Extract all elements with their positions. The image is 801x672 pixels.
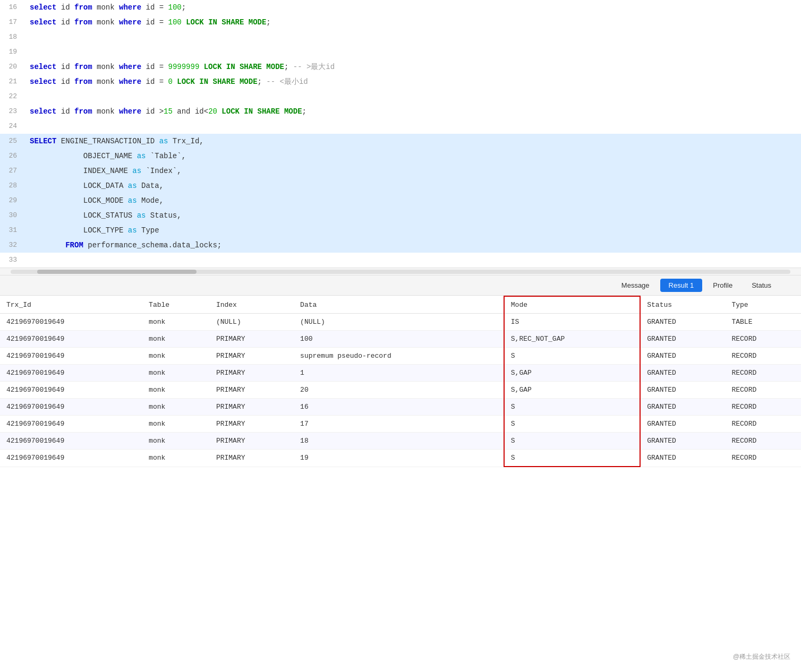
col-header-index: Index	[210, 296, 294, 314]
table-row: 42196970019649monkPRIMARY1S,GAPGRANTEDRE…	[0, 365, 801, 382]
line-number: 25	[0, 134, 25, 149]
code-line-30: 30 LOCK_STATUS as Status,	[0, 208, 801, 223]
cell-status: GRANTED	[640, 416, 725, 433]
code-line-28: 28 LOCK_DATA as Data,	[0, 178, 801, 193]
cell-status: GRANTED	[640, 382, 725, 399]
cell-index: PRIMARY	[210, 399, 294, 416]
cell-type: TABLE	[725, 314, 801, 331]
table-row: 42196970019649monkPRIMARY17SGRANTEDRECOR…	[0, 416, 801, 433]
code-line-29: 29 LOCK_MODE as Mode,	[0, 193, 801, 208]
line-content: INDEX_NAME as `Index`,	[25, 163, 801, 178]
col-header-trx_id: Trx_Id	[0, 296, 142, 314]
code-line-17: 17select id from monk where id = 100 LOC…	[0, 15, 801, 30]
line-content	[25, 45, 801, 59]
cell-type: RECORD	[725, 365, 801, 382]
results-table: Trx_IdTableIndexDataModeStatusType 42196…	[0, 296, 801, 467]
line-content: FROM performance_schema.data_locks;	[25, 238, 801, 253]
code-line-27: 27 INDEX_NAME as `Index`,	[0, 163, 801, 178]
watermark: @稀土掘金技术社区	[733, 652, 790, 661]
line-content: SELECT ENGINE_TRANSACTION_ID as Trx_Id,	[25, 134, 801, 149]
code-line-16: 16select id from monk where id = 100;	[0, 0, 801, 15]
code-line-20: 20select id from monk where id = 9999999…	[0, 59, 801, 74]
line-number: 32	[0, 238, 25, 253]
code-line-32: 32 FROM performance_schema.data_locks;	[0, 238, 801, 253]
code-line-24: 24	[0, 119, 801, 134]
code-line-25: 25SELECT ENGINE_TRANSACTION_ID as Trx_Id…	[0, 134, 801, 149]
cell-index: PRIMARY	[210, 348, 294, 365]
code-line-23: 23select id from monk where id >15 and i…	[0, 104, 801, 119]
cell-index: PRIMARY	[210, 331, 294, 348]
code-line-18: 18	[0, 30, 801, 45]
tab-message[interactable]: Message	[613, 279, 658, 292]
cell-trx_id: 42196970019649	[0, 450, 142, 467]
line-number: 24	[0, 119, 25, 134]
cell-index: PRIMARY	[210, 433, 294, 450]
cell-table: monk	[142, 416, 210, 433]
cell-trx_id: 42196970019649	[0, 314, 142, 331]
line-content: LOCK_DATA as Data,	[25, 178, 801, 193]
cell-trx_id: 42196970019649	[0, 348, 142, 365]
code-line-19: 19	[0, 45, 801, 59]
cell-data: 20	[294, 382, 504, 399]
line-content	[25, 119, 801, 134]
cell-data: (NULL)	[294, 314, 504, 331]
line-number: 30	[0, 208, 25, 223]
cell-mode: S	[504, 399, 640, 416]
cell-table: monk	[142, 331, 210, 348]
cell-type: RECORD	[725, 348, 801, 365]
line-number: 23	[0, 104, 25, 119]
line-content	[25, 253, 801, 268]
cell-trx_id: 42196970019649	[0, 433, 142, 450]
col-header-mode: Mode	[504, 296, 640, 314]
line-number: 26	[0, 149, 25, 163]
line-content	[25, 30, 801, 45]
cell-mode: S	[504, 450, 640, 467]
horizontal-scrollbar[interactable]	[0, 268, 801, 275]
cell-data: 16	[294, 399, 504, 416]
cell-table: monk	[142, 314, 210, 331]
cell-trx_id: 42196970019649	[0, 331, 142, 348]
code-line-22: 22	[0, 89, 801, 104]
cell-mode: IS	[504, 314, 640, 331]
cell-status: GRANTED	[640, 348, 725, 365]
cell-mode: S,GAP	[504, 382, 640, 399]
line-number: 22	[0, 89, 25, 104]
table-row: 42196970019649monkPRIMARY18SGRANTEDRECOR…	[0, 433, 801, 450]
cell-index: PRIMARY	[210, 365, 294, 382]
code-line-33: 33	[0, 253, 801, 268]
cell-type: RECORD	[725, 433, 801, 450]
scrollbar-thumb[interactable]	[37, 270, 197, 274]
cell-trx_id: 42196970019649	[0, 382, 142, 399]
table-header: Trx_IdTableIndexDataModeStatusType	[0, 296, 801, 314]
table-row: 42196970019649monkPRIMARY100S,REC_NOT_GA…	[0, 331, 801, 348]
cell-status: GRANTED	[640, 314, 725, 331]
tab-status[interactable]: Status	[743, 279, 780, 292]
cell-index: (NULL)	[210, 314, 294, 331]
cell-mode: S,GAP	[504, 365, 640, 382]
cell-data: 100	[294, 331, 504, 348]
line-number: 20	[0, 59, 25, 74]
tab-result-1[interactable]: Result 1	[660, 279, 703, 292]
cell-table: monk	[142, 348, 210, 365]
cell-mode: S	[504, 433, 640, 450]
line-number: 16	[0, 0, 25, 15]
line-content: select id from monk where id >15 and id<…	[25, 104, 801, 119]
scrollbar-track[interactable]	[11, 270, 790, 274]
tab-profile[interactable]: Profile	[704, 279, 741, 292]
code-editor: 16select id from monk where id = 100;17s…	[0, 0, 801, 268]
cell-mode: S	[504, 348, 640, 365]
line-content: LOCK_MODE as Mode,	[25, 193, 801, 208]
table-row: 42196970019649monkPRIMARY19SGRANTEDRECOR…	[0, 450, 801, 467]
line-number: 18	[0, 30, 25, 45]
cell-table: monk	[142, 382, 210, 399]
line-content: OBJECT_NAME as `Table`,	[25, 149, 801, 163]
cell-index: PRIMARY	[210, 450, 294, 467]
cell-type: RECORD	[725, 450, 801, 467]
line-number: 17	[0, 15, 25, 30]
cell-type: RECORD	[725, 416, 801, 433]
table-row: 42196970019649monkPRIMARYsupremum pseudo…	[0, 348, 801, 365]
cell-trx_id: 42196970019649	[0, 399, 142, 416]
col-header-type: Type	[725, 296, 801, 314]
cell-data: supremum pseudo-record	[294, 348, 504, 365]
line-number: 33	[0, 253, 25, 268]
